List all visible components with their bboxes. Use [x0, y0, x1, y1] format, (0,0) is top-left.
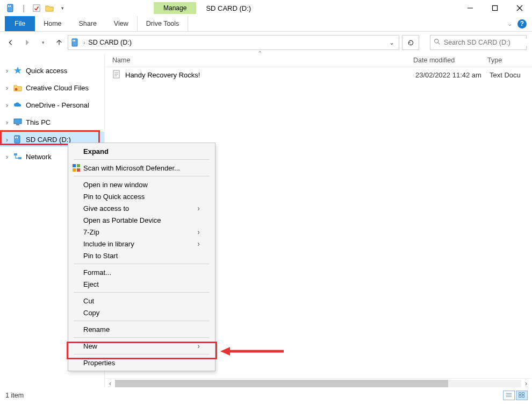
sidebar-item-onedrive[interactable]: › OneDrive - Personal: [0, 97, 104, 112]
sd-card-app-icon: [5, 3, 16, 13]
search-input[interactable]: [444, 39, 528, 46]
scroll-thumb[interactable]: [115, 380, 448, 387]
svg-rect-9: [73, 40, 74, 41]
svg-rect-27: [73, 168, 76, 172]
title-bar: | ▾ Manage SD CARD (D:): [0, 0, 532, 16]
menu-include-in-library[interactable]: Include in library›: [68, 238, 215, 250]
svg-rect-26: [77, 164, 80, 167]
star-icon: [13, 66, 23, 75]
up-button[interactable]: [54, 37, 64, 48]
svg-rect-35: [522, 393, 524, 395]
contextual-tab-manage[interactable]: Manage: [154, 2, 196, 14]
file-date: 23/02/2022 11:42 am: [415, 71, 490, 79]
tab-view[interactable]: View: [105, 16, 137, 31]
annotation-arrow: [220, 346, 285, 358]
expand-icon[interactable]: ›: [4, 153, 10, 161]
sidebar-item-this-pc[interactable]: › This PC: [0, 115, 104, 130]
sidebar-item-label: SD CARD (D:): [26, 136, 71, 144]
menu-pin-start[interactable]: Pin to Start: [68, 250, 215, 261]
svg-rect-17: [15, 137, 16, 138]
refresh-button[interactable]: [402, 35, 419, 50]
expand-icon[interactable]: ›: [4, 67, 10, 75]
qat-dropdown-icon[interactable]: ▾: [57, 3, 68, 13]
menu-rename[interactable]: Rename: [68, 323, 215, 335]
expand-icon[interactable]: ›: [4, 84, 10, 92]
tab-file[interactable]: File: [5, 16, 35, 31]
tab-drive-tools[interactable]: Drive Tools: [137, 16, 189, 31]
menu-properties[interactable]: Properties: [68, 357, 215, 368]
address-dropdown-icon[interactable]: ⌄: [387, 39, 397, 46]
sidebar-item-label: Network: [26, 153, 52, 161]
svg-rect-36: [519, 395, 521, 398]
svg-point-13: [15, 88, 18, 91]
address-bar[interactable]: › SD CARD (D:) ⌄: [68, 35, 399, 50]
expand-icon[interactable]: ›: [4, 101, 10, 109]
sidebar-item-label: Creative Cloud Files: [26, 84, 89, 92]
menu-new[interactable]: New›: [68, 340, 215, 352]
computer-icon: [13, 117, 23, 127]
item-count: 1 item: [5, 392, 24, 399]
maximize-button[interactable]: [483, 0, 507, 16]
menu-give-access-to[interactable]: Give access to›: [68, 202, 215, 214]
forward-button[interactable]: [21, 37, 32, 48]
ribbon-collapse-icon[interactable]: ⌄: [507, 20, 512, 27]
tab-home[interactable]: Home: [35, 16, 70, 31]
menu-eject[interactable]: Eject: [68, 278, 215, 290]
context-menu: Expand Scan with Microsoft Defender... O…: [68, 143, 215, 371]
collapse-nav-icon[interactable]: ⌃: [257, 50, 262, 57]
sidebar-item-creative-cloud[interactable]: › Creative Cloud Files: [0, 80, 104, 95]
menu-open-portable[interactable]: Open as Portable Device: [68, 214, 215, 226]
sidebar-item-label: OneDrive - Personal: [26, 101, 89, 109]
expand-icon[interactable]: ›: [4, 136, 10, 144]
scroll-track[interactable]: [115, 380, 521, 387]
sd-card-path-icon: [70, 38, 80, 47]
chevron-right-icon: ›: [197, 342, 200, 350]
properties-qat-icon[interactable]: [31, 3, 42, 13]
scroll-right-button[interactable]: ›: [521, 379, 531, 388]
minimize-button[interactable]: [458, 0, 483, 16]
status-bar: 1 item: [5, 390, 528, 401]
svg-rect-5: [493, 6, 498, 11]
breadcrumb[interactable]: SD CARD (D:): [88, 39, 132, 46]
menu-scan-defender[interactable]: Scan with Microsoft Defender...: [68, 162, 215, 174]
navigation-bar: ▾ › SD CARD (D:) ⌄: [0, 32, 532, 53]
search-box[interactable]: [430, 35, 527, 50]
close-button[interactable]: [507, 0, 532, 16]
help-icon[interactable]: ?: [517, 19, 527, 29]
menu-copy[interactable]: Copy: [68, 307, 215, 318]
svg-rect-34: [519, 393, 521, 395]
svg-rect-1: [8, 5, 9, 7]
quick-access-toolbar: | ▾: [0, 3, 68, 13]
svg-rect-19: [14, 153, 17, 155]
expand-icon[interactable]: ›: [4, 118, 10, 126]
menu-pin-quick-access[interactable]: Pin to Quick access: [68, 190, 215, 202]
sd-card-icon: [13, 134, 23, 144]
menu-format[interactable]: Format...: [68, 266, 215, 278]
menu-7zip[interactable]: 7-Zip›: [68, 226, 215, 238]
search-icon: [434, 38, 441, 47]
menu-cut[interactable]: Cut: [68, 295, 215, 307]
tab-share[interactable]: Share: [70, 16, 105, 31]
menu-open-new-window[interactable]: Open in new window: [68, 179, 215, 190]
breadcrumb-separator-icon[interactable]: ›: [83, 40, 85, 46]
svg-rect-3: [33, 5, 40, 11]
chevron-right-icon: ›: [197, 239, 200, 248]
svg-rect-28: [77, 168, 80, 172]
column-header-type[interactable]: Type: [487, 56, 520, 64]
horizontal-scrollbar[interactable]: ‹ ›: [105, 378, 531, 388]
view-large-icons-button[interactable]: [516, 391, 528, 400]
window-title: SD CARD (D:): [206, 4, 251, 12]
recent-locations-icon[interactable]: ▾: [38, 37, 48, 48]
svg-rect-37: [522, 395, 524, 398]
file-row[interactable]: Handy Recovery Rocks! 23/02/2022 11:42 a…: [105, 67, 532, 82]
new-folder-qat-icon[interactable]: [44, 3, 55, 13]
back-button[interactable]: [5, 37, 16, 48]
view-details-button[interactable]: [503, 391, 515, 400]
scroll-left-button[interactable]: ‹: [105, 379, 115, 388]
sidebar-item-quick-access[interactable]: › Quick access: [0, 63, 104, 78]
file-name: Handy Recovery Rocks!: [125, 71, 415, 79]
menu-expand[interactable]: Expand: [68, 145, 215, 157]
sidebar-item-label: This PC: [26, 118, 51, 126]
column-header-name[interactable]: Name: [112, 56, 413, 64]
column-header-date[interactable]: Date modified: [413, 56, 487, 64]
